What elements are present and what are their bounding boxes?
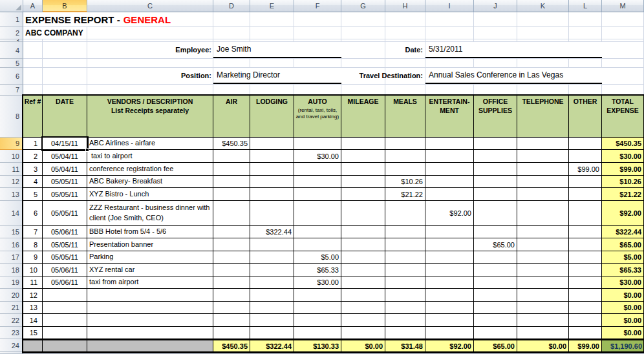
cell-H15[interactable] [385,226,425,238]
cell-I7[interactable] [425,85,474,96]
cell-A4[interactable] [23,42,43,59]
cell-M12[interactable]: $10.26 [602,176,644,188]
cell-F11[interactable] [294,163,341,176]
cell-A18[interactable]: 10 [23,264,43,276]
cell-C11[interactable]: conference registration fee [87,163,213,176]
header-mileage[interactable]: MILEAGE [341,96,385,138]
col-header-D[interactable]: D [213,0,250,12]
cell-H9[interactable] [385,138,425,150]
cell-H22[interactable] [385,314,425,327]
cell-M9[interactable]: $450.35 [602,138,644,150]
cell-L2[interactable] [569,27,602,39]
cell-I18[interactable] [425,264,474,276]
cell-H2[interactable] [385,27,425,39]
row-header-22[interactable]: 22 [0,314,23,327]
cell-I16[interactable] [425,238,474,251]
cell-D10[interactable] [213,150,250,163]
cell-I15[interactable] [425,226,474,238]
row-header-8[interactable]: 8 [0,96,23,138]
total-meals[interactable]: $31.48 [385,339,425,352]
cell-M15[interactable]: $322.44 [602,226,644,238]
cell-G12[interactable] [341,176,385,188]
cell-E1[interactable] [250,12,294,27]
cell-J23[interactable] [474,327,517,339]
cell-K14[interactable] [517,201,569,226]
cell-I13[interactable] [425,188,474,201]
row-header-19[interactable]: 19 [0,276,23,289]
cell-C10[interactable]: taxi to airport [87,150,213,163]
row-header-11[interactable]: 11 [0,163,23,176]
cell-M14[interactable]: $92.00 [602,201,644,226]
cell-D18[interactable] [213,264,250,276]
cell-G19[interactable] [341,276,385,289]
col-header-K[interactable]: K [517,0,569,12]
cell-B18[interactable]: 05/06/11 [43,264,87,276]
cell-M23[interactable]: $0.00 [602,327,644,339]
cell-B11[interactable]: 05/04/11 [43,163,87,176]
cell-F13[interactable] [294,188,341,201]
row-header-20[interactable]: 20 [0,289,23,302]
cell-B14[interactable]: 05/05/11 [43,201,87,226]
cell-J7[interactable] [474,85,517,96]
cell-M20[interactable]: $0.00 [602,289,644,302]
cell-E17[interactable] [250,251,294,264]
cell-J18[interactable] [474,264,517,276]
cell-I22[interactable] [425,314,474,327]
header-other[interactable]: OTHER [569,96,602,138]
cell-A24[interactable] [23,339,43,352]
cell-C16[interactable]: Presentation banner [87,238,213,251]
cell-J14[interactable] [474,201,517,226]
row-header-6[interactable]: 6 [0,68,23,85]
cell-L12[interactable] [569,176,602,188]
cell-C18[interactable]: XYZ rental car [87,264,213,276]
cell-E19[interactable] [250,276,294,289]
active-cell-selection[interactable] [41,136,89,151]
cell-B17[interactable]: 05/05/11 [43,251,87,264]
row-header-16[interactable]: 16 [0,238,23,251]
row-header-13[interactable]: 13 [0,188,23,201]
cell-G11[interactable] [341,163,385,176]
cell-B4[interactable] [43,42,87,59]
row-header-9[interactable]: 9 [0,138,23,150]
cell-B13[interactable]: 05/05/11 [43,188,87,201]
cell-F17[interactable]: $5.00 [294,251,341,264]
cell-D20[interactable] [213,289,250,302]
company-name-cell[interactable]: ABC COMPANY [24,27,86,39]
cell-H1[interactable] [385,12,425,27]
cell-H18[interactable] [385,264,425,276]
total-mileage[interactable]: $0.00 [341,339,385,352]
cell-D9[interactable]: $450.35 [213,138,250,150]
cell-C21[interactable] [87,302,213,314]
cell-F19[interactable]: $30.00 [294,276,341,289]
cell-E12[interactable] [250,176,294,188]
header-ref-#[interactable]: Ref # [23,96,43,138]
cell-A19[interactable]: 11 [23,276,43,289]
cell-G1[interactable] [341,12,385,27]
cell-L10[interactable] [569,150,602,163]
total-office_supplies[interactable]: $65.00 [474,339,517,352]
cell-D21[interactable] [213,302,250,314]
cell-H23[interactable] [385,327,425,339]
cell-M2[interactable] [602,27,644,39]
date-field[interactable]: 5/31/2011 [425,42,602,58]
cell-H11[interactable] [385,163,425,176]
cell-E9[interactable] [250,138,294,150]
cell-L5[interactable] [569,59,602,68]
cell-L17[interactable] [569,251,602,264]
cell-F7[interactable] [294,85,341,96]
cell-L1[interactable] [569,12,602,27]
cell-H17[interactable] [385,251,425,264]
cell-E10[interactable] [250,150,294,163]
header-vendors-description[interactable]: VENDORS / DESCRIPTIONList Receipts separ… [87,96,213,138]
cell-A13[interactable]: 5 [23,188,43,201]
row-header-24[interactable]: 24 [0,339,23,352]
cell-E16[interactable] [250,238,294,251]
cell-C13[interactable]: XYZ Bistro - Lunch [87,188,213,201]
header-total-expense[interactable]: TOTAL EXPENSE [602,96,644,138]
cell-F23[interactable] [294,327,341,339]
total-lodging[interactable]: $322.44 [250,339,294,352]
cell-K16[interactable] [517,238,569,251]
cell-G21[interactable] [341,302,385,314]
cell-C7[interactable] [87,85,213,96]
cell-A7[interactable] [23,85,43,96]
